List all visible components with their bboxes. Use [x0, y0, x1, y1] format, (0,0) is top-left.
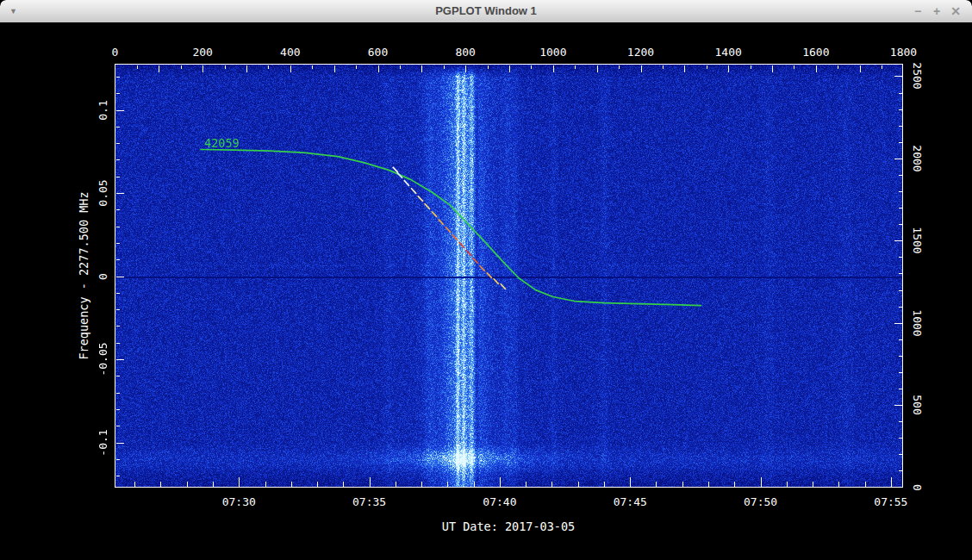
- top-tick-label: 1600: [802, 46, 829, 59]
- axis-tick: [465, 65, 466, 72]
- top-tick-label: 1400: [715, 46, 742, 59]
- top-tick-label: 1000: [539, 46, 566, 59]
- bottom-tick-label: 07:45: [614, 495, 647, 508]
- axis-tick: [894, 323, 902, 324]
- axis-tick: [899, 421, 902, 422]
- axis-tick: [684, 65, 685, 72]
- axis-tick: [899, 175, 902, 176]
- bottom-axis-title: UT Date: 2017-03-05: [442, 520, 575, 533]
- top-tick-label: 600: [368, 46, 388, 59]
- axis-tick: [531, 65, 532, 69]
- axis-tick: [899, 224, 902, 225]
- axis-tick: [444, 65, 445, 69]
- axis-tick: [134, 482, 135, 487]
- axis-tick: [116, 159, 120, 160]
- axis-tick: [447, 482, 448, 487]
- axis-tick: [761, 477, 762, 487]
- axis-tick: [116, 93, 120, 94]
- axis-tick: [707, 65, 707, 69]
- axis-tick: [899, 356, 902, 357]
- axis-tick: [860, 65, 861, 72]
- axis-tick: [334, 65, 335, 72]
- right-tick-label: 2000: [911, 145, 924, 171]
- axis-tick: [246, 65, 247, 72]
- axis-tick: [899, 372, 902, 373]
- axis-tick: [899, 290, 902, 291]
- axis-tick: [553, 65, 554, 72]
- axis-tick: [663, 65, 664, 69]
- axis-tick: [899, 208, 902, 208]
- axis-tick: [488, 65, 489, 69]
- axis-tick: [396, 482, 396, 487]
- axis-tick: [894, 240, 902, 241]
- axis-tick: [474, 482, 475, 487]
- window-title: PGPLOT Window 1: [0, 4, 972, 17]
- axis-tick: [641, 65, 642, 72]
- axis-tick: [597, 65, 598, 72]
- axis-tick: [551, 482, 552, 487]
- axis-tick: [421, 482, 422, 487]
- axis-tick: [838, 482, 839, 487]
- axis-tick: [116, 476, 120, 476]
- axis-tick: [116, 343, 120, 344]
- axis-tick: [116, 326, 120, 327]
- axis-tick: [116, 376, 120, 376]
- axis-tick: [899, 454, 902, 455]
- axis-tick: [116, 209, 120, 210]
- axis-tick: [899, 109, 902, 110]
- bottom-tick-label: 07:35: [352, 495, 386, 508]
- axis-tick: [137, 65, 138, 69]
- left-tick-label: -0.05: [97, 343, 109, 376]
- axis-tick: [116, 110, 124, 111]
- axis-tick: [865, 482, 866, 487]
- axis-tick: [116, 443, 124, 444]
- axis-tick: [899, 93, 902, 94]
- axis-tick: [291, 482, 292, 487]
- axis-tick: [116, 459, 120, 460]
- axis-tick: [838, 65, 838, 69]
- minimize-button[interactable]: −: [908, 3, 927, 20]
- right-tick-label: 1500: [911, 227, 924, 254]
- bottom-tick-label: 07:40: [483, 495, 516, 508]
- axis-tick: [265, 482, 266, 487]
- axis-tick: [894, 159, 902, 159]
- axis-tick: [116, 143, 120, 144]
- right-tick-label: 500: [911, 395, 924, 414]
- axis-tick: [604, 482, 605, 487]
- axis-tick: [116, 193, 124, 194]
- axis-tick: [400, 65, 401, 69]
- bottom-tick-label: 07:50: [744, 495, 777, 508]
- axis-tick: [787, 482, 788, 487]
- axis-tick: [899, 142, 902, 143]
- bottom-tick-label: 07:30: [222, 495, 256, 508]
- axis-tick: [116, 277, 124, 277]
- right-tick-label: 2500: [911, 63, 924, 90]
- axis-tick: [116, 77, 120, 78]
- left-tick-label: 0.1: [97, 100, 109, 120]
- axis-tick: [187, 482, 188, 487]
- axis-tick: [899, 307, 902, 308]
- maximize-button[interactable]: +: [927, 3, 946, 20]
- right-tick-label: 0: [911, 484, 924, 491]
- top-tick-label: 800: [455, 46, 475, 59]
- axis-tick: [575, 65, 576, 69]
- axis-tick: [116, 227, 120, 227]
- axis-tick: [526, 482, 526, 487]
- axis-tick: [899, 126, 902, 127]
- axis-tick: [816, 65, 817, 72]
- axis-tick: [116, 359, 124, 360]
- axis-tick: [317, 482, 318, 487]
- close-button[interactable]: ✕: [946, 3, 965, 20]
- axis-tick: [894, 405, 902, 406]
- axis-tick: [116, 426, 120, 426]
- axis-tick: [734, 482, 735, 487]
- left-axis-title: Frequency - 2277.500 MHz: [77, 191, 90, 359]
- axis-tick: [290, 65, 291, 72]
- left-tick-label: -0.1: [97, 429, 109, 456]
- plot-frame: [115, 64, 903, 488]
- axis-tick: [728, 65, 729, 72]
- axis-tick: [656, 482, 657, 487]
- bottom-tick-label: 07:55: [874, 495, 907, 508]
- axis-tick: [708, 482, 709, 487]
- plot-area: 42059 Frequency - 2277.500 MHz UT Date: …: [0, 22, 972, 560]
